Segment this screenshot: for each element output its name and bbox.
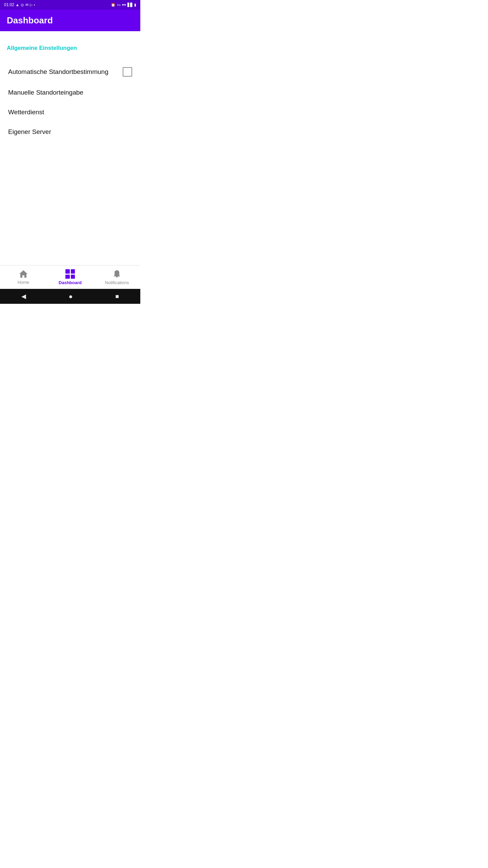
settings-item-auto-location[interactable]: Automatische Standortbestimmung: [7, 61, 134, 83]
dot-icon: •: [34, 3, 35, 7]
home-icon: [19, 270, 28, 278]
recents-button[interactable]: ■: [115, 293, 119, 300]
mail-icon: ✉: [25, 3, 28, 7]
app-bar: Dashboard: [0, 9, 140, 31]
target-icon: ◎: [21, 3, 24, 7]
location-icon: ▲: [16, 3, 19, 7]
time-display: 01:02: [4, 2, 14, 7]
settings-list: Automatische Standortbestimmung Manuelle…: [7, 61, 134, 142]
section-title: Allgemeine Einstellungen: [7, 45, 134, 52]
send-icon: ▷: [30, 3, 33, 7]
back-button[interactable]: ◀: [21, 293, 26, 300]
battery-icon: ▮: [134, 3, 136, 7]
custom-server-label: Eigener Server: [8, 128, 51, 136]
bell-icon: [112, 269, 122, 279]
bottom-nav: Home Dashboard Notifications: [0, 265, 140, 289]
home-button[interactable]: ●: [69, 293, 73, 300]
status-bar-right: ⏰ 🗝 ▾▾ ▋▊ ▮: [111, 3, 136, 7]
page-title: Dashboard: [7, 15, 53, 26]
svg-marker-0: [19, 270, 27, 278]
system-nav: ◀ ● ■: [0, 289, 140, 304]
svg-rect-1: [116, 276, 118, 277]
dashboard-nav-label: Dashboard: [59, 280, 82, 285]
auto-location-checkbox[interactable]: [123, 67, 132, 77]
wifi-icon: ▾▾: [122, 3, 126, 7]
settings-item-custom-server[interactable]: Eigener Server: [7, 122, 134, 142]
main-content: Allgemeine Einstellungen Automatische St…: [0, 31, 140, 265]
nav-item-home[interactable]: Home: [0, 267, 47, 288]
nav-item-notifications[interactable]: Notifications: [94, 267, 140, 288]
dashboard-icon: [65, 269, 75, 279]
alarm-icon: ⏰: [111, 3, 116, 7]
home-nav-label: Home: [18, 280, 29, 285]
settings-item-weather-service[interactable]: Wetterdienst: [7, 102, 134, 122]
auto-location-label: Automatische Standortbestimmung: [8, 68, 108, 76]
settings-item-manual-location[interactable]: Manuelle Standorteingabe: [7, 83, 134, 102]
status-bar-left: 01:02 ▲ ◎ ✉ ▷ •: [4, 2, 35, 7]
signal-icon: ▋▊: [127, 3, 133, 7]
key-icon: 🗝: [117, 3, 121, 7]
status-bar: 01:02 ▲ ◎ ✉ ▷ • ⏰ 🗝 ▾▾ ▋▊ ▮: [0, 0, 140, 9]
manual-location-label: Manuelle Standorteingabe: [8, 89, 83, 96]
notifications-nav-label: Notifications: [105, 280, 129, 285]
nav-item-dashboard[interactable]: Dashboard: [47, 267, 94, 288]
weather-service-label: Wetterdienst: [8, 108, 44, 116]
